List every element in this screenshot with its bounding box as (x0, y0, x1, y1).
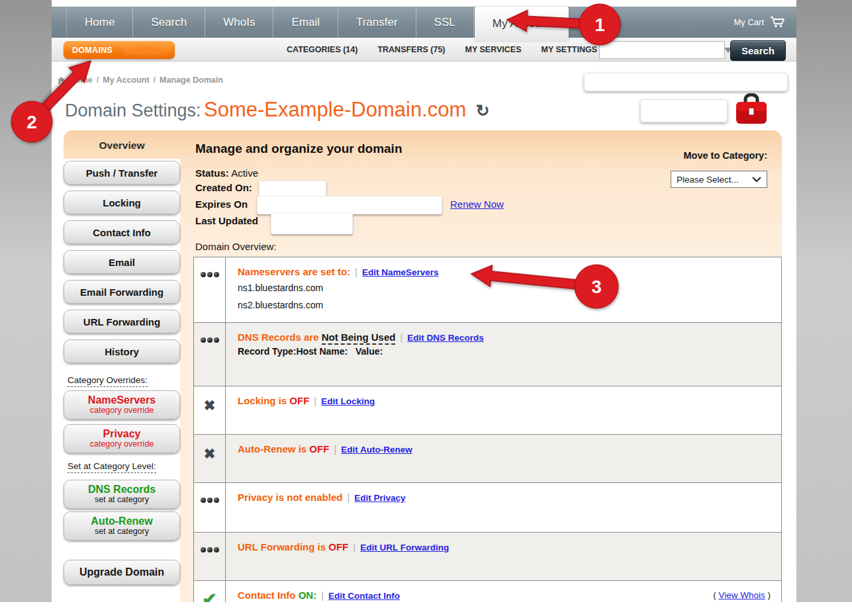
off-cross-icon: ✖ (204, 447, 216, 482)
row-title: Nameservers are set to:|Edit NameServers (238, 266, 771, 277)
sidebar-item-nameservers[interactable]: NameServerscategory override (64, 390, 180, 419)
sidebar-item-email-forwarding[interactable]: Email Forwarding (64, 280, 180, 304)
sidebar-item-label: Email Forwarding (80, 286, 164, 298)
tab-whois[interactable]: WhoIs (205, 7, 273, 38)
button-subtitle: set at category (95, 527, 149, 537)
sidebar-item-locking[interactable]: Locking (64, 191, 180, 214)
button-subtitle: set at category (95, 496, 149, 505)
title-link-separator: | (355, 266, 357, 277)
edit-link-edit-auto-renew[interactable]: Edit Auto-Renew (341, 445, 412, 455)
sidebar-item-email[interactable]: Email (64, 250, 180, 274)
view-whois-link[interactable]: View Whois (718, 590, 765, 600)
status-dots-icon (201, 547, 219, 580)
sidebar-item-overview[interactable]: Overview (64, 134, 180, 156)
record-columns-line: Record Type:Host Name: Value: (238, 346, 771, 357)
tab-my-account[interactable]: My Account (475, 7, 569, 41)
upgrade-domain-label: Upgrade Domain (79, 566, 164, 578)
sidebar-item-auto-renew[interactable]: Auto-Renewset at category (64, 511, 180, 541)
sidebar-item-url-forwarding[interactable]: URL Forwarding (64, 310, 180, 333)
edit-link-edit-dns-records[interactable]: Edit DNS Records (407, 333, 484, 343)
page-title-prefix: Domain Settings: (65, 101, 201, 120)
domain-settings-panel: Overview Push / TransferLockingContact I… (64, 130, 782, 602)
row-icon-cell: ✖ (194, 435, 226, 482)
redacted-updated-date (271, 212, 353, 234)
my-cart-button[interactable]: My Cart (734, 7, 786, 38)
row-title-part: OFF (289, 395, 309, 406)
edit-link-edit-contact-info[interactable]: Edit Contact Info (328, 591, 400, 601)
sidebar-item-contact-info[interactable]: Contact Info (64, 220, 180, 244)
status-dots-icon (201, 337, 219, 386)
row-title-part: Nameservers are set to: (238, 266, 350, 277)
refresh-icon[interactable]: ↻ (476, 101, 490, 120)
status-dots-icon (201, 498, 219, 532)
breadcrumb-item-my-account[interactable]: My Account (103, 75, 149, 85)
secondary-navigation-bar: DOMAINS CATEGORIES (14)TRANSFERS (75)MY … (52, 38, 796, 62)
tab-transfer[interactable]: Transfer (338, 7, 416, 38)
tab-email[interactable]: Email (273, 7, 338, 38)
edit-link-edit-url-forwarding[interactable]: Edit URL Forwarding (360, 543, 449, 552)
breadcrumb-separator: / (97, 75, 99, 85)
edit-link-edit-privacy[interactable]: Edit Privacy (354, 493, 405, 503)
paren-text: ) (765, 590, 771, 600)
subnav-domains-button[interactable]: DOMAINS (64, 41, 175, 59)
search-button-label: Search (741, 45, 775, 56)
edit-link-edit-nameservers[interactable]: Edit NameServers (362, 267, 439, 277)
table-row: URL Forwarding is OFF|Edit URL Forwardin… (194, 532, 781, 580)
status-line: Status: Active (195, 167, 258, 179)
expires-on-label: Expires On (195, 198, 248, 210)
header-search-button[interactable]: Search (730, 40, 786, 61)
row-right-link: ( View Whois ) (713, 590, 771, 600)
row-icon-cell (194, 533, 226, 580)
sidebar-item-push-transfer[interactable]: Push / Transfer (64, 161, 180, 185)
subnav-item-transfers-75[interactable]: TRANSFERS (75) (377, 45, 445, 54)
last-updated-label: Last Updated (195, 215, 258, 226)
select-value: Please Select... (677, 175, 739, 185)
row-title-part: Privacy is not enabled (238, 492, 342, 503)
sidebar-item-privacy[interactable]: Privacycategory override (64, 424, 180, 453)
row-title: Contact Info ON:|Edit Contact Info (238, 590, 771, 601)
renew-now-link[interactable]: Renew Now (450, 198, 504, 210)
title-link-separator: | (353, 541, 355, 552)
tab-search[interactable]: Search (133, 7, 205, 38)
created-on-label: Created On: (195, 182, 252, 193)
cart-icon (770, 16, 786, 28)
header-search-input[interactable] (600, 42, 724, 58)
table-row: Nameservers are set to:|Edit NameServers… (194, 257, 781, 322)
subnav-item-my-settings[interactable]: MY SETTINGS (542, 45, 598, 54)
tab-ssl[interactable]: SSL (416, 7, 474, 38)
title-link-separator: | (321, 590, 324, 601)
sidebar-item-dns-records[interactable]: DNS Recordsset at category (64, 480, 180, 509)
subnav-item-my-services[interactable]: MY SERVICES (465, 45, 522, 54)
upgrade-domain-button[interactable]: Upgrade Domain (64, 560, 180, 585)
row-title-part: OFF (309, 443, 329, 455)
move-to-category-select[interactable]: Please Select... (671, 171, 767, 188)
subnav-items: CATEGORIES (14)TRANSFERS (75)MY SERVICES… (287, 38, 597, 61)
row-icon-cell: ✖ (194, 386, 226, 434)
domain-overview-label: Domain Overview: (195, 241, 277, 252)
domains-label: DOMAINS (72, 46, 113, 55)
breadcrumb-item-manage-domain[interactable]: Manage Domain (160, 75, 223, 85)
content-heading: Manage and organize your domain (195, 142, 402, 156)
title-link-separator: | (334, 443, 336, 455)
row-title-part: Contact Info (238, 590, 299, 601)
row-body: Auto-Renew is OFF|Edit Auto-Renew (226, 435, 781, 482)
header-search-combobox[interactable] (599, 41, 725, 59)
top-navigation-bar: HomeSearchWhoIsEmailTransferSSLMy Accoun… (52, 7, 796, 38)
button-subtitle: category override (90, 406, 154, 416)
redacted-created-date (259, 181, 326, 197)
table-row: ✖Auto-Renew is OFF|Edit Auto-Renew (194, 434, 781, 482)
nameserver-value: ns1.bluestardns.com (238, 281, 771, 294)
breadcrumb-item-home[interactable]: Home (70, 75, 93, 85)
subnav-item-categories-14[interactable]: CATEGORIES (14) (287, 45, 357, 54)
status-dots-icon (201, 272, 219, 322)
row-title: Privacy is not enabled|Edit Privacy (238, 492, 771, 503)
tab-home[interactable]: Home (66, 7, 133, 38)
toolbox-icon[interactable] (732, 93, 771, 126)
row-title-part: DNS Records are (238, 331, 322, 343)
edit-link-edit-locking[interactable]: Edit Locking (321, 396, 375, 406)
row-title-part: Not Being Used (322, 331, 396, 345)
title-link-separator: | (400, 331, 402, 343)
row-title-part: Locking is (238, 395, 289, 406)
redacted-field (584, 73, 788, 91)
sidebar-item-history[interactable]: History (64, 339, 180, 363)
